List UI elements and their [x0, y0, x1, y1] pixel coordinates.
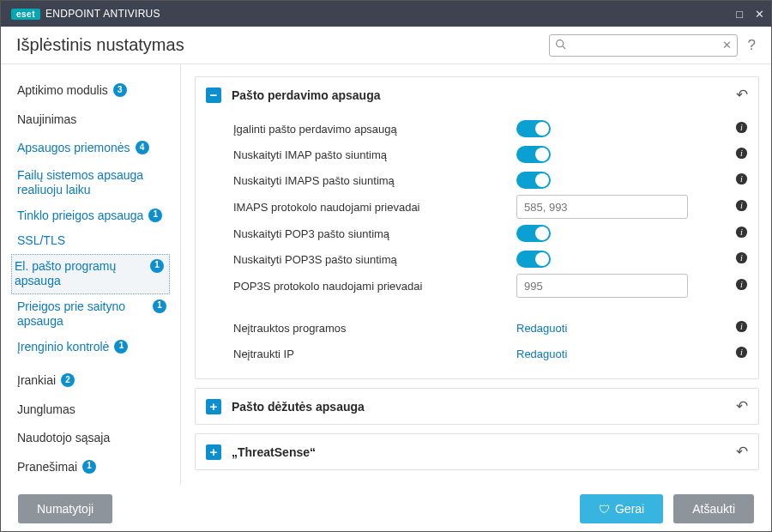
- row-imaps-ports: IMAPS protokolo naudojami prievadai i: [233, 193, 748, 221]
- sidebar-item-prieigos[interactable]: Prieigos prie saityno apsauga 1: [1, 294, 173, 335]
- window-controls: □ ✕: [736, 8, 764, 21]
- row-label: Neįtrauktos programos: [233, 322, 516, 335]
- brand-badge: eset: [11, 9, 40, 20]
- edit-excluded-apps-link[interactable]: Redaguoti: [516, 322, 567, 335]
- sidebar-label: Įrenginio kontrolė: [17, 340, 109, 355]
- panel-threatsense: + „ThreatSense“ ↶: [195, 433, 759, 470]
- search-input[interactable]: [549, 34, 738, 57]
- revert-icon[interactable]: ↶: [736, 86, 748, 104]
- edit-excluded-ips-link[interactable]: Redaguoti: [516, 348, 567, 360]
- sidebar-item-naujinimas[interactable]: Naujinimas: [1, 106, 173, 135]
- badge: 1: [114, 340, 128, 354]
- panel-title: „ThreatSense“: [232, 445, 726, 459]
- info-icon[interactable]: i: [735, 320, 748, 336]
- collapse-icon[interactable]: −: [206, 88, 221, 103]
- svg-text:i: i: [740, 253, 743, 263]
- page-title: Išplėstinis nustatymas: [16, 35, 184, 55]
- ok-button[interactable]: 🛡 Gerai: [580, 494, 663, 523]
- panel-title: Pašto perdavimo apsauga: [232, 88, 726, 102]
- info-icon[interactable]: i: [735, 251, 748, 267]
- panel-header-transport[interactable]: − Pašto perdavimo apsauga ↶: [196, 77, 758, 112]
- badge: 1: [82, 460, 96, 474]
- sidebar-item-ssl[interactable]: SSL/TLS: [1, 228, 173, 254]
- svg-text:i: i: [740, 174, 743, 184]
- sidebar-item-aptikimo[interactable]: Aptikimo modulis 3: [1, 76, 173, 106]
- button-label: Gerai: [615, 502, 644, 516]
- info-icon[interactable]: i: [735, 121, 748, 136]
- footer: Numatytoji 🛡 Gerai Atšaukti: [1, 485, 771, 532]
- sidebar-label: Junglumas: [17, 402, 75, 418]
- window-close-icon[interactable]: ✕: [755, 8, 764, 21]
- sidebar-label: Naudotojo sąsaja: [17, 431, 110, 446]
- row-label: Nuskaityti POP3 pašto siuntimą: [233, 227, 516, 240]
- panel-mailbox: + Pašto dėžutės apsauga ↶: [195, 388, 759, 425]
- info-icon[interactable]: i: [735, 172, 748, 188]
- default-button[interactable]: Numatytoji: [18, 494, 112, 523]
- panel-transport: − Pašto perdavimo apsauga ↶ Įgalinti paš…: [195, 76, 759, 379]
- imaps-ports-input[interactable]: [516, 195, 688, 219]
- sidebar-item-tinklo[interactable]: Tinklo prieigos apsauga 1: [1, 203, 173, 229]
- sidebar-item-apsaugos[interactable]: Apsaugos priemonės 4: [1, 134, 173, 163]
- pop3s-ports-input[interactable]: [516, 274, 688, 298]
- svg-text:i: i: [740, 201, 743, 210]
- row-pop3s-ports: POP3S protokolo naudojami prievadai i: [233, 272, 748, 299]
- sidebar-item-irankiai[interactable]: Įrankiai 2: [1, 366, 173, 396]
- button-label: Numatytoji: [37, 502, 93, 516]
- search-icon: [555, 39, 566, 52]
- sidebar-label: Failų sistemos apsauga realiuoju laiku: [17, 168, 166, 198]
- badge: 1: [148, 209, 162, 222]
- svg-line-1: [562, 45, 564, 48]
- row-pop3: Nuskaityti POP3 pašto siuntimą i: [233, 221, 748, 246]
- svg-text:i: i: [740, 322, 743, 331]
- info-icon[interactable]: i: [735, 226, 748, 241]
- toggle-imaps[interactable]: [516, 172, 551, 189]
- info-icon[interactable]: i: [735, 147, 748, 162]
- window-maximize-icon[interactable]: □: [736, 8, 743, 21]
- sidebar-label: Apsaugos priemonės: [17, 141, 130, 156]
- row-imaps: Nuskaityti IMAPS pašto siuntimą i: [233, 167, 748, 193]
- toggle-enable[interactable]: [516, 120, 551, 137]
- row-pop3s: Nuskaityti POP3S pašto siuntimą i: [233, 246, 748, 272]
- row-excluded-apps: Neįtrauktos programos Redaguoti i: [233, 315, 748, 341]
- panel-title: Pašto dėžutės apsauga: [232, 400, 726, 414]
- toggle-imap[interactable]: [516, 146, 551, 163]
- sidebar: Aptikimo modulis 3 Naujinimas Apsaugos p…: [1, 64, 181, 485]
- badge: 3: [113, 83, 127, 97]
- badge: 4: [136, 141, 149, 154]
- sidebar-item-failu[interactable]: Failų sistemos apsauga realiuoju laiku: [1, 163, 173, 203]
- cancel-button[interactable]: Atšaukti: [673, 494, 754, 523]
- badge: 1: [153, 299, 166, 313]
- sidebar-label: Tinklo prieigos apsauga: [17, 209, 143, 224]
- help-icon[interactable]: ?: [748, 37, 756, 54]
- row-label: Nuskaityti IMAP pašto siuntimą: [233, 148, 516, 161]
- svg-text:i: i: [740, 280, 743, 289]
- sidebar-item-junglumas[interactable]: Junglumas: [1, 396, 173, 425]
- sidebar-label: Pranešimai: [17, 460, 77, 475]
- clear-search-icon[interactable]: ✕: [722, 39, 732, 51]
- sidebar-item-elpasto[interactable]: El. pašto programų apsauga 1: [11, 254, 170, 294]
- expand-icon[interactable]: +: [206, 399, 221, 414]
- sidebar-label: El. pašto programų apsauga: [15, 259, 145, 289]
- header: Išplėstinis nustatymas ✕ ?: [1, 27, 771, 64]
- sidebar-item-pranesimai[interactable]: Pranešimai 1: [1, 453, 173, 482]
- panel-header-threatsense[interactable]: + „ThreatSense“ ↶: [196, 434, 758, 469]
- row-label: Nuskaityti POP3S pašto siuntimą: [233, 253, 516, 266]
- panel-body-transport: Įgalinti pašto perdavimo apsaugą i Nuska…: [196, 112, 758, 378]
- revert-icon[interactable]: ↶: [736, 443, 748, 461]
- row-label: IMAPS protokolo naudojami prievadai: [233, 201, 516, 214]
- sidebar-item-irenginio[interactable]: Įrenginio kontrolė 1: [1, 335, 173, 360]
- info-icon[interactable]: i: [735, 346, 748, 361]
- row-label: Įgalinti pašto perdavimo apsaugą: [233, 123, 516, 136]
- sidebar-label: Naujinimas: [17, 112, 76, 128]
- badge: 1: [150, 259, 164, 273]
- info-icon[interactable]: i: [735, 199, 748, 215]
- toggle-pop3[interactable]: [516, 225, 551, 242]
- sidebar-label: SSL/TLS: [17, 233, 65, 249]
- info-icon[interactable]: i: [735, 278, 748, 293]
- revert-icon[interactable]: ↶: [736, 397, 748, 415]
- svg-point-0: [556, 39, 563, 46]
- expand-icon[interactable]: +: [206, 444, 221, 460]
- toggle-pop3s[interactable]: [516, 251, 551, 268]
- sidebar-item-sasaja[interactable]: Naudotojo sąsaja: [1, 424, 173, 453]
- panel-header-mailbox[interactable]: + Pašto dėžutės apsauga ↶: [196, 389, 758, 424]
